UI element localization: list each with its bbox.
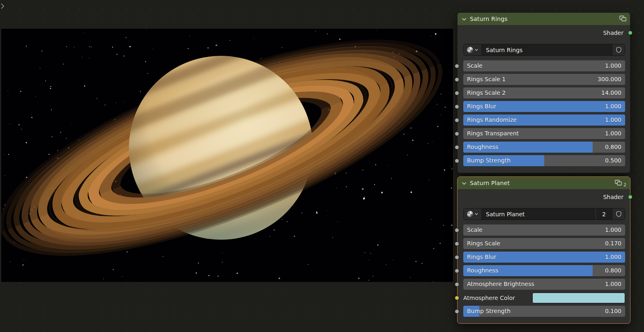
material-name-field[interactable]: Saturn Rings [482,44,612,55]
scale-slider[interactable]: Scale 1.000 [463,224,625,236]
input-row: Roughness 0.800 [463,265,625,276]
input-socket[interactable] [455,255,459,259]
slider-value: 300.000 [598,74,621,85]
slider-value: 0.170 [605,238,621,249]
input-socket[interactable] [455,241,459,246]
slider-label: Scale [467,60,483,71]
material-sphere-icon [467,47,473,53]
node-header[interactable]: Saturn Rings [458,13,630,25]
slider-label: Atmosphere Brightness [467,279,534,289]
output-label: Shader [603,194,623,200]
slider-label: Rings Blur [467,252,496,262]
slider-label: Roughness [467,142,498,152]
input-socket[interactable] [455,282,459,286]
input-row: Bump Strength 0.100 [463,306,625,317]
input-socket[interactable] [455,145,459,149]
bump-strength-slider[interactable]: Bump Strength 0.100 [463,306,625,317]
node-group-users-badge: 2 [623,182,626,189]
input-socket[interactable] [455,228,459,232]
slider-value: 1.000 [605,252,621,262]
shader-output-socket[interactable] [628,195,632,199]
collapse-chevron-icon[interactable] [462,16,467,22]
rings-blur-slider[interactable]: Rings Blur 1.000 [463,101,625,112]
material-preview-dropdown[interactable] [464,44,482,55]
rings-randomize-slider[interactable]: Rings Randomize 1.000 [463,114,625,126]
input-socket[interactable] [455,91,459,95]
output-row-shader: Shader [463,192,623,201]
fake-user-shield-button[interactable] [612,44,625,55]
rings-scale-2-slider[interactable]: Rings Scale 2 14.000 [463,87,625,98]
input-row: Rings Blur 1.000 [463,252,625,263]
shader-output-socket[interactable] [628,31,632,35]
input-socket[interactable] [455,118,459,122]
input-socket[interactable] [455,268,459,273]
render-backdrop-image [1,29,453,282]
node-group-icon [615,180,622,187]
slider-value: 14.000 [601,87,621,98]
slider-value: 1.000 [605,101,621,112]
output-row-shader: Shader [463,28,623,37]
rings-blur-slider[interactable]: Rings Blur 1.000 [463,252,625,263]
shield-icon [616,211,621,217]
color-input-socket[interactable] [455,295,459,300]
input-row: Rings Randomize 1.000 [463,114,625,126]
color-label: Atmosphere Color [463,295,515,301]
roughness-slider[interactable]: Roughness 0.800 [463,142,625,153]
node-saturn-rings[interactable]: Saturn Rings Shader Saturn Rings [457,12,630,173]
input-socket[interactable] [455,131,459,136]
fake-user-shield-button[interactable] [612,208,625,220]
slider-value: 1.000 [605,114,621,125]
material-preview-dropdown[interactable] [464,208,482,220]
input-socket[interactable] [455,104,459,109]
rings-transparent-slider[interactable]: Rings Transparent 1.000 [463,128,625,139]
slider-value: 1.000 [605,224,621,235]
slider-value: 1.000 [605,279,621,289]
input-socket[interactable] [455,77,459,82]
input-row: Rings Scale 0.170 [463,238,625,249]
material-datablock-selector[interactable]: Saturn Planet 2 [463,208,625,220]
node-title: Saturn Planet [470,180,510,186]
sidebar-toggle-icon[interactable] [0,2,8,11]
rings-scale-1-slider[interactable]: Rings Scale 1 300.000 [463,74,625,85]
input-row: Rings Scale 1 300.000 [463,74,625,85]
input-row: Bump Strength 0.500 [463,155,625,166]
node-saturn-planet[interactable]: Saturn Planet 2 Shader Saturn Planet 2 [457,176,630,324]
slider-label: Roughness [467,265,498,276]
slider-label: Rings Transparent [467,128,519,139]
atmosphere-brightness-slider[interactable]: Atmosphere Brightness 1.000 [463,279,625,290]
material-name-field[interactable]: Saturn Planet [482,208,596,220]
slider-label: Rings Randomize [467,114,517,125]
chevron-down-icon [475,213,478,215]
slider-value: 1.000 [605,60,621,71]
material-sphere-icon [467,211,473,217]
shield-icon [616,47,621,53]
slider-label: Bump Strength [467,306,511,316]
collapse-chevron-icon[interactable] [462,180,467,186]
rings-scale-slider[interactable]: Rings Scale 0.170 [463,238,625,249]
slider-label: Rings Scale 1 [467,74,506,85]
slider-label: Rings Scale 2 [467,87,506,98]
slider-value: 0.800 [605,265,621,276]
input-socket[interactable] [455,64,459,68]
input-row: Atmosphere Brightness 1.000 [463,279,625,290]
roughness-slider[interactable]: Roughness 0.800 [463,265,625,276]
input-socket[interactable] [455,309,459,314]
chevron-down-icon [475,49,478,51]
slider-label: Bump Strength [467,155,511,166]
atmosphere-color-swatch[interactable] [532,293,625,303]
material-users-count[interactable]: 2 [596,208,612,220]
input-row: Roughness 0.800 [463,142,625,153]
input-row: Scale 1.000 [463,60,625,71]
slider-label: Scale [467,224,483,235]
slider-value: 0.800 [605,142,621,152]
input-row: Scale 1.000 [463,224,625,236]
input-socket[interactable] [455,158,459,163]
slider-label: Rings Blur [467,101,496,112]
slider-value: 0.500 [605,155,621,166]
scale-slider[interactable]: Scale 1.000 [463,60,625,71]
material-datablock-selector[interactable]: Saturn Rings [463,44,625,56]
input-row: Rings Blur 1.000 [463,101,625,112]
node-title: Saturn Rings [470,16,508,22]
node-header[interactable]: Saturn Planet 2 [458,177,630,189]
bump-strength-slider[interactable]: Bump Strength 0.500 [463,155,625,166]
